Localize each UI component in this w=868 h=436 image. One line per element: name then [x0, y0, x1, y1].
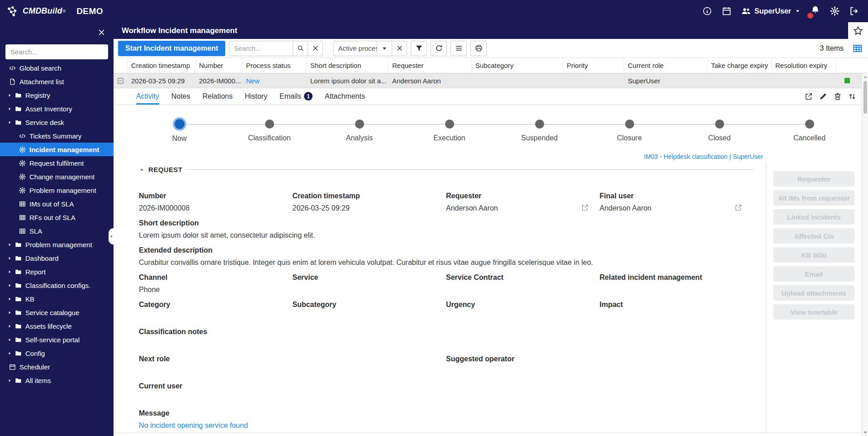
filter-button[interactable] — [411, 41, 427, 56]
chevron-right-icon — [7, 310, 12, 315]
folder-icon — [15, 350, 22, 357]
grid-icon[interactable] — [853, 43, 863, 53]
column-header-process-status[interactable]: Process status — [242, 58, 307, 73]
sidebar-item-service-desk[interactable]: Service desk — [0, 115, 114, 129]
sidebar-item-classification-configs[interactable]: Classification configs. — [0, 278, 114, 292]
info-icon[interactable] — [702, 6, 712, 16]
tab-notes[interactable]: Notes — [171, 88, 190, 105]
user-menu[interactable]: SuperUser — [741, 6, 801, 16]
edit-icon[interactable] — [819, 92, 827, 101]
row-collapse-button[interactable] — [114, 73, 128, 88]
field-value-text[interactable]: No incident opening service found — [139, 421, 248, 430]
tab-label: Relations — [202, 92, 232, 101]
search-button[interactable] — [293, 41, 308, 56]
table-row[interactable]: 2026-03-25 09:292026-IM000...NewLorem ip… — [114, 73, 862, 88]
external-link-icon[interactable] — [735, 204, 742, 211]
column-header-priority[interactable]: Priority — [563, 58, 624, 73]
tab-attachments[interactable]: Attachments — [325, 88, 365, 105]
sidebar-collapse-handle[interactable] — [109, 228, 114, 244]
sidebar-item-dashboard[interactable]: Dashboard — [0, 251, 114, 265]
field-label: Creation timestamp — [293, 192, 436, 201]
request-section-header[interactable]: REQUEST — [139, 166, 753, 173]
field-category: Category — [139, 300, 293, 321]
column-header-requester[interactable]: Requester — [389, 58, 472, 73]
sidebar-item-incident-management[interactable]: Incident management — [0, 143, 114, 156]
field-value-text: Anderson Aaron — [600, 204, 652, 212]
sidebar-item-request-fulfilment[interactable]: Request fulfilment — [0, 156, 114, 170]
favorite-button[interactable] — [848, 22, 868, 39]
sidebar-item-all-items[interactable]: All items — [0, 374, 114, 387]
sidebar-item-tickets-summary[interactable]: Tickets Summary — [0, 129, 114, 143]
step-dot — [445, 120, 454, 129]
tab-activity[interactable]: Activity — [136, 88, 159, 105]
sidebar-item-assets-lifecycle[interactable]: Assets lifecycle — [0, 319, 114, 333]
clear-search-button[interactable] — [308, 41, 323, 56]
clear-process-filter-button[interactable] — [392, 41, 407, 56]
gear-icon[interactable] — [830, 6, 840, 16]
detail-scrollbar[interactable] — [862, 73, 868, 436]
sidebar-search-input[interactable] — [5, 44, 108, 59]
sidebar-item-problem-management[interactable]: Problem management — [0, 238, 114, 251]
sidebar-item-sla[interactable]: SLA — [0, 224, 114, 238]
tab-relations[interactable]: Relations — [202, 88, 232, 105]
column-header-number[interactable]: Number — [195, 58, 242, 73]
column-header-creation-timestamp[interactable]: Creation timestamp — [128, 58, 195, 73]
open-external-icon[interactable] — [805, 92, 813, 101]
sidebar-item-ims-out-of-sla[interactable]: IMs out of SLA — [0, 197, 114, 211]
process-filter-value[interactable]: Active processes — [333, 41, 377, 56]
sidebar-item-asset-inventory[interactable]: Asset Inventory — [0, 102, 114, 115]
delete-icon[interactable] — [834, 92, 842, 101]
scroll-up-icon[interactable] — [863, 75, 868, 79]
sidebar-item-attachment-list[interactable]: Attachment list — [0, 75, 114, 88]
side-action-requestor[interactable]: Requestor — [773, 171, 854, 187]
side-action-linked-incidents[interactable]: Linked incidents — [773, 209, 854, 225]
sort-icon[interactable] — [848, 92, 856, 101]
side-action-affected-cis[interactable]: Affected CIs — [773, 228, 854, 244]
side-action-view-timetable[interactable]: View timetable — [773, 304, 854, 320]
sidebar-close-icon[interactable] — [98, 29, 105, 36]
print-button[interactable] — [470, 41, 487, 56]
process-filter-dropdown-button[interactable] — [377, 41, 392, 56]
side-action-email[interactable]: Email — [773, 266, 854, 282]
scroll-down-icon[interactable] — [863, 430, 868, 435]
sidebar-item-self-service-portal[interactable]: Self-service portal — [0, 333, 114, 346]
field-label: Channel — [139, 273, 282, 282]
sidebar-item-kb[interactable]: KB — [0, 292, 114, 306]
column-header-short-description[interactable]: Short description — [307, 58, 389, 73]
grid-search-input[interactable] — [229, 41, 293, 56]
column-header-resolution-expiry[interactable]: Resolution expiry — [772, 58, 836, 73]
refresh-button[interactable] — [431, 41, 447, 56]
sidebar-item-change-management[interactable]: Change management — [0, 170, 114, 183]
side-action-upload-attachments[interactable]: Upload attachments — [773, 285, 854, 301]
grid-header-filler — [836, 58, 868, 73]
side-action-kb-wiki[interactable]: KB Wiki — [773, 247, 854, 263]
process-context-link[interactable]: IM03 - Helpdesk classification | SuperUs… — [644, 153, 763, 160]
side-action-all-ims-from-requestor[interactable]: All IMs from requestor — [773, 190, 854, 206]
tab-emails[interactable]: Emails1 — [280, 88, 313, 105]
sidebar-item-report[interactable]: Report — [0, 265, 114, 278]
start-incident-button[interactable]: Start Incident management — [118, 41, 225, 56]
sidebar-item-registry[interactable]: Registry — [0, 88, 114, 102]
folder-icon — [15, 309, 22, 316]
notifications-button[interactable] — [811, 5, 820, 17]
sidebar-item-service-catalogue[interactable]: Service catalogue — [0, 306, 114, 319]
collapse-sidebar-icon — [109, 234, 114, 239]
sidebar-item-label: Service catalogue — [25, 309, 79, 316]
sidebar-item-problem-management[interactable]: Problem management — [0, 183, 114, 197]
field-value-text: 2026-03-25 09:29 — [293, 204, 350, 212]
tab-history[interactable]: History — [245, 88, 267, 105]
sidebar-item-config[interactable]: Config — [0, 346, 114, 360]
column-header-take-charge-expiry[interactable]: Take charge expiry — [707, 58, 772, 73]
external-link-icon[interactable] — [581, 204, 589, 211]
sidebar-item-scheduler[interactable]: Scheduler — [0, 360, 114, 374]
sidebar-item-global-search[interactable]: Global search — [0, 61, 114, 75]
scrollbar-thumb[interactable] — [863, 81, 867, 114]
sidebar-item-rfs-out-of-sla[interactable]: RFs out of SLA — [0, 211, 114, 224]
logout-icon[interactable] — [849, 6, 859, 16]
column-header-subcategory[interactable]: Subcategory — [472, 58, 563, 73]
field-value: Anderson Aaron — [446, 204, 589, 212]
folder-icon — [15, 336, 22, 343]
column-header-current-role[interactable]: Current role — [624, 58, 707, 73]
list-view-button[interactable] — [451, 41, 467, 56]
calendar-icon[interactable] — [722, 6, 731, 16]
